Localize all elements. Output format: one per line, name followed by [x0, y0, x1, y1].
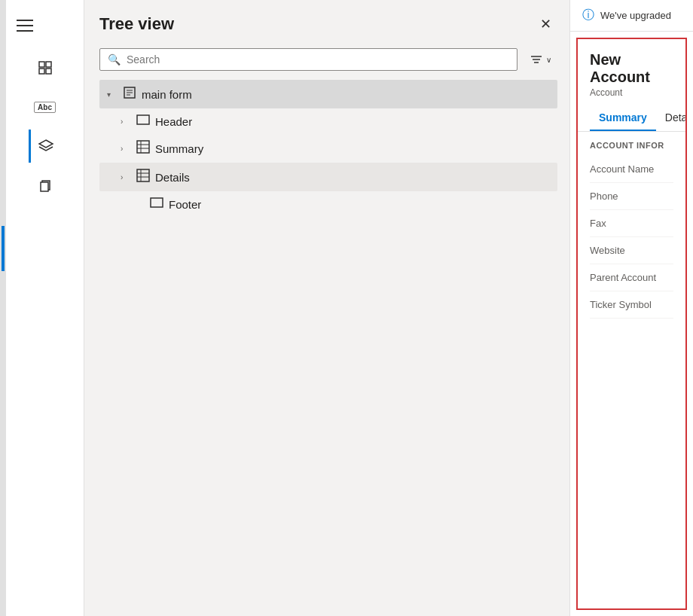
svg-rect-14 [137, 115, 149, 124]
chevron-icon: ▾ [107, 90, 118, 99]
field-label-phone: Phone [590, 191, 673, 202]
tree-content: ▾ main form › Header › [99, 80, 557, 604]
tree-header: Tree view ✕ [99, 12, 557, 36]
svg-rect-15 [137, 141, 149, 153]
svg-rect-6 [41, 182, 48, 191]
account-subtitle: Account [590, 87, 673, 98]
chevron-icon: › [121, 117, 131, 126]
field-parent-account: Parent Account [590, 264, 673, 291]
tree-item-summary[interactable]: › Summary [99, 134, 557, 163]
account-tabs: Summary Details [590, 105, 673, 131]
filter-icon [530, 53, 543, 66]
tree-label-summary: Summary [155, 142, 203, 155]
field-phone: Phone [590, 183, 673, 210]
grid-icon [136, 140, 151, 157]
search-input-wrap[interactable]: 🔍 [99, 48, 517, 71]
svg-rect-1 [46, 62, 51, 67]
filter-button[interactable]: ∨ [524, 48, 557, 71]
tree-panel: Tree view ✕ 🔍 ∨ ▾ [84, 0, 570, 616]
section-header: ACCOUNT INFOR [590, 141, 673, 150]
chevron-down-icon: ∨ [546, 56, 551, 64]
field-label-ticker-symbol: Ticker Symbol [590, 299, 673, 310]
tree-item-header[interactable]: › Header [99, 108, 557, 134]
info-icon: ⓘ [582, 8, 594, 23]
svg-marker-4 [39, 140, 53, 148]
field-label-website: Website [590, 245, 673, 256]
layers-icon[interactable] [29, 130, 62, 163]
tab-summary[interactable]: Summary [590, 105, 656, 131]
copy-icon[interactable] [29, 169, 62, 202]
tree-item-main-form[interactable]: ▾ main form [99, 80, 557, 108]
search-input[interactable] [127, 53, 509, 66]
tree-item-footer[interactable]: › Footer [99, 191, 557, 217]
svg-rect-3 [46, 69, 51, 74]
field-website: Website [590, 237, 673, 264]
sidebar: Abc [6, 0, 84, 616]
tree-title: Tree view [99, 14, 174, 34]
edge-bar [0, 0, 6, 616]
chevron-icon: › [121, 145, 131, 153]
dashboard-icon[interactable] [29, 51, 62, 84]
form-icon [122, 86, 137, 102]
field-label-account-name: Account Name [590, 163, 673, 175]
tree-label-header: Header [155, 115, 192, 128]
grid-icon-details [136, 169, 151, 185]
abc-badge: Abc [34, 102, 56, 113]
hamburger-button[interactable] [6, 12, 33, 39]
svg-rect-0 [39, 62, 44, 67]
field-fax: Fax [590, 210, 673, 237]
upgrade-text: We've upgraded [600, 10, 671, 21]
field-label-parent-account: Parent Account [590, 272, 673, 283]
rect-icon-footer [149, 197, 164, 211]
search-icon: 🔍 [108, 53, 121, 66]
svg-rect-19 [137, 169, 149, 181]
tree-label-details: Details [155, 171, 190, 184]
account-panel: New Account Account Summary Details ACCO… [576, 38, 687, 610]
account-section: ACCOUNT INFOR Account Name Phone Fax Web… [578, 132, 685, 608]
account-title: New Account [590, 51, 673, 86]
field-label-fax: Fax [590, 218, 673, 229]
close-button[interactable]: ✕ [533, 12, 557, 36]
tab-details[interactable]: Details [656, 105, 687, 131]
text-icon[interactable]: Abc [29, 90, 62, 124]
svg-rect-23 [151, 198, 163, 207]
tree-label-main-form: main form [142, 88, 192, 101]
close-icon: ✕ [540, 16, 551, 32]
tree-label-footer: Footer [169, 198, 201, 211]
search-row: 🔍 ∨ [99, 48, 557, 71]
rect-icon [136, 114, 151, 128]
account-header: New Account Account Summary Details [578, 39, 685, 132]
upgrade-banner: ⓘ We've upgraded [570, 0, 693, 32]
right-panel: ⓘ We've upgraded New Account Account Sum… [570, 0, 693, 616]
chevron-icon: › [121, 173, 131, 181]
edge-indicator [2, 226, 5, 271]
field-account-name: Account Name [590, 156, 673, 183]
svg-rect-2 [39, 69, 44, 74]
field-ticker-symbol: Ticker Symbol [590, 291, 673, 319]
tree-item-details[interactable]: › Details [99, 163, 557, 191]
